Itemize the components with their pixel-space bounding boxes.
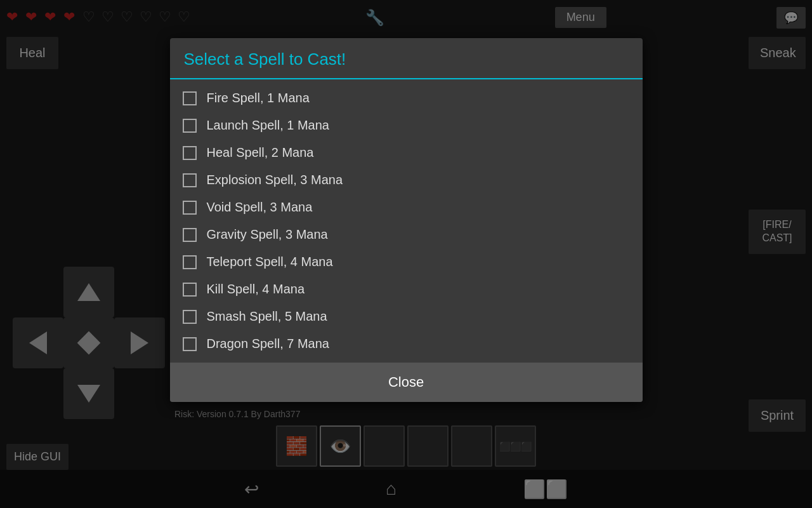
spell-list: Fire Spell, 1 ManaLaunch Spell, 1 ManaHe… [170, 79, 643, 363]
spell-name-label: Launch Spell, 1 Mana [207, 118, 329, 133]
spell-name-label: Fire Spell, 1 Mana [207, 91, 310, 105]
spell-name-label: Kill Spell, 4 Mana [207, 282, 305, 297]
spell-item[interactable]: Fire Spell, 1 Mana [170, 84, 643, 112]
spell-dialog: Select a Spell to Cast! Fire Spell, 1 Ma… [170, 38, 643, 402]
spell-name-label: Explosion Spell, 3 Mana [207, 173, 343, 187]
spell-item[interactable]: Explosion Spell, 3 Mana [170, 166, 643, 194]
modal-overlay: Select a Spell to Cast! Fire Spell, 1 Ma… [0, 0, 812, 508]
spell-item[interactable]: Smash Spell, 5 Mana [170, 303, 643, 330]
spell-name-label: Teleport Spell, 4 Mana [207, 255, 333, 269]
spell-name-label: Dragon Spell, 7 Mana [207, 337, 329, 351]
spell-name-label: Gravity Spell, 3 Mana [207, 227, 328, 242]
spell-checkbox[interactable] [183, 146, 197, 160]
spell-checkbox[interactable] [183, 283, 197, 297]
spell-checkbox[interactable] [183, 119, 197, 133]
spell-item[interactable]: Void Spell, 3 Mana [170, 194, 643, 221]
close-button[interactable]: Close [170, 363, 643, 402]
spell-checkbox[interactable] [183, 228, 197, 242]
spell-dialog-header: Select a Spell to Cast! [170, 38, 643, 79]
spell-item[interactable]: Dragon Spell, 7 Mana [170, 330, 643, 358]
spell-item[interactable]: Launch Spell, 1 Mana [170, 112, 643, 139]
spell-checkbox[interactable] [183, 337, 197, 351]
spell-item[interactable]: Heal Spell, 2 Mana [170, 139, 643, 166]
spell-checkbox[interactable] [183, 173, 197, 187]
spell-name-label: Heal Spell, 2 Mana [207, 145, 314, 160]
spell-name-label: Void Spell, 3 Mana [207, 200, 313, 215]
spell-checkbox[interactable] [183, 91, 197, 105]
spell-item[interactable]: Teleport Spell, 4 Mana [170, 248, 643, 276]
spell-dialog-footer: Close [170, 363, 643, 402]
spell-checkbox[interactable] [183, 255, 197, 269]
spell-checkbox[interactable] [183, 201, 197, 215]
spell-checkbox[interactable] [183, 310, 197, 324]
spell-item[interactable]: Gravity Spell, 3 Mana [170, 221, 643, 248]
spell-dialog-title: Select a Spell to Cast! [184, 50, 346, 69]
spell-item[interactable]: Kill Spell, 4 Mana [170, 276, 643, 303]
spell-name-label: Smash Spell, 5 Mana [207, 309, 327, 324]
